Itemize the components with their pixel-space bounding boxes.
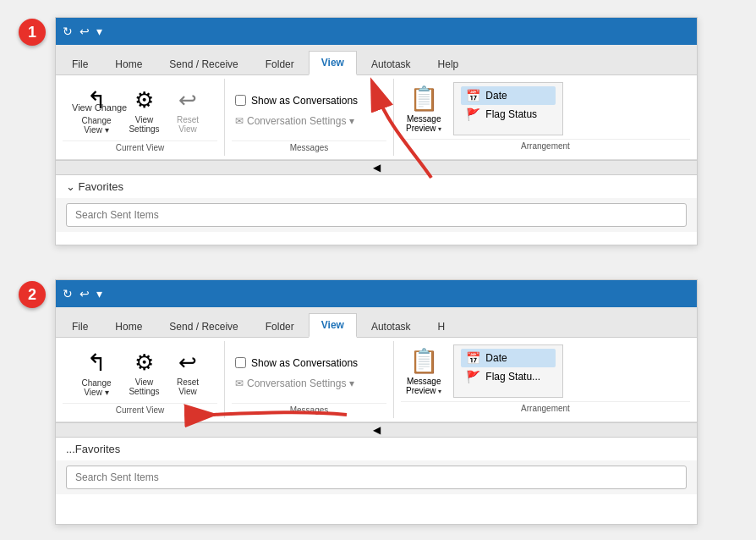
undo-icon-1[interactable]: ↩ (79, 25, 90, 38)
search-bar-area-2 (56, 460, 697, 494)
message-preview-btn-2[interactable]: 📋 MessagePreview ▾ (401, 344, 446, 398)
favorites-label-2: ...Favorites (66, 443, 120, 455)
show-as-conversations-label-2: Show as Conversations (251, 357, 358, 369)
flag-status-item-1[interactable]: 🚩 Flag Status (461, 105, 556, 124)
collapse-bar-1[interactable]: ◀ (56, 160, 697, 175)
title-bar-1: ↻ ↩ ▾ (56, 18, 697, 45)
flag-status-label-2: Flag Statu... (485, 371, 540, 383)
collapse-icon-2: ◀ (373, 424, 381, 436)
view-settings-icon-2: ⚙ (134, 350, 154, 376)
conversation-settings-1[interactable]: ✉ Conversation Settings ▾ (232, 113, 386, 129)
collapse-bar-2[interactable]: ◀ (56, 422, 697, 438)
tab-file-1[interactable]: File (59, 52, 101, 75)
conversation-settings-icon-1: ✉ (235, 115, 244, 127)
tab-send-receive-1[interactable]: Send / Receive (156, 52, 250, 75)
current-view-group-label-1: Current View (63, 141, 217, 154)
arrangement-panel-2: 📅 Date 🚩 Flag Statu... (453, 344, 563, 398)
message-preview-btn-1[interactable]: 📋 MessagePreview ▾ (401, 82, 446, 135)
date-label-2: Date (485, 352, 507, 364)
search-input-2[interactable] (66, 466, 687, 489)
arrangement-group-1: 📋 MessagePreview ▾ 📅 Date 🚩 Flag Status (394, 79, 697, 156)
favorites-label-1: ⌄ Favorites (66, 180, 123, 193)
date-icon-2: 📅 (466, 351, 480, 365)
favorites-row-1[interactable]: ⌄ Favorites (56, 175, 697, 198)
dropdown-icon-2[interactable]: ▾ (96, 287, 102, 300)
current-view-group-2: ↱ ChangeView ▾ ⚙ ViewSettings ↩ ResetVie… (56, 341, 225, 418)
message-preview-label-2: MessagePreview ▾ (406, 377, 441, 395)
undo-icon-2[interactable]: ↩ (79, 287, 90, 300)
conversations-checkbox-2[interactable] (235, 357, 246, 368)
change-view-btn-1[interactable]: ↱ ChangeView ▾ (74, 84, 120, 137)
reset-view-icon-1: ↩ (178, 87, 197, 113)
view-settings-icon-1: ⚙ (134, 87, 154, 113)
step-badge-1: 1 (19, 19, 46, 46)
date-item-1[interactable]: 📅 Date (461, 86, 556, 105)
ribbon-2: ↱ ChangeView ▾ ⚙ ViewSettings ↩ ResetVie… (56, 338, 697, 422)
reset-view-btn-2[interactable]: ↩ ResetView (169, 347, 207, 399)
conversation-settings-label-2: Conversation Settings ▾ (247, 377, 354, 389)
message-preview-label-1: MessagePreview ▾ (406, 114, 441, 133)
flag-icon-2: 🚩 (466, 370, 480, 383)
step-badge-2: 2 (19, 281, 46, 308)
flag-status-label-1: Flag Status (485, 108, 537, 120)
conversation-settings-label-1: Conversation Settings ▾ (247, 115, 354, 127)
panel-2: ↻ ↩ ▾ File Home Send / Receive Folder Vi… (55, 279, 698, 525)
current-view-buttons-1: ↱ ChangeView ▾ ⚙ ViewSettings ↩ ResetVie… (63, 80, 217, 141)
search-bar-area-1 (56, 198, 697, 232)
refresh-icon-2[interactable]: ↻ (63, 287, 73, 300)
search-input-1[interactable] (66, 203, 687, 227)
change-view-icon-1: ↱ (87, 86, 107, 114)
reset-view-label-1: ResetView (177, 115, 199, 134)
view-settings-label-1: ViewSettings (129, 115, 159, 134)
panel-1: ↻ ↩ ▾ File Home Send / Receive Folder Vi… (55, 17, 698, 245)
conversations-checkbox-1[interactable] (235, 95, 246, 106)
title-bar-2: ↻ ↩ ▾ (56, 280, 697, 307)
favorites-row-2[interactable]: ...Favorites (56, 438, 697, 460)
tab-send-receive-2[interactable]: Send / Receive (156, 315, 250, 338)
date-item-2[interactable]: 📅 Date (461, 349, 556, 367)
tab-help-1[interactable]: Help (425, 52, 472, 75)
date-icon-1: 📅 (466, 89, 480, 102)
change-view-label-2: ChangeView ▾ (81, 378, 111, 397)
view-settings-btn-1[interactable]: ⚙ ViewSettings (123, 85, 166, 136)
current-view-group-1: ↱ ChangeView ▾ ⚙ ViewSettings ↩ ResetVie… (56, 79, 225, 156)
tab-bar-2: File Home Send / Receive Folder View Aut… (56, 307, 697, 338)
view-settings-btn-2[interactable]: ⚙ ViewSettings (123, 347, 166, 399)
message-preview-icon-2: 📋 (409, 347, 439, 375)
current-view-buttons-2: ↱ ChangeView ▾ ⚙ ViewSettings ↩ ResetVie… (63, 343, 217, 403)
change-view-btn-2[interactable]: ↱ ChangeView ▾ (74, 346, 120, 399)
date-label-1: Date (485, 90, 507, 102)
tab-file-2[interactable]: File (59, 315, 101, 338)
tab-view-1[interactable]: View (309, 51, 357, 75)
reset-view-label-2: ResetView (177, 377, 199, 396)
tab-autotask-2[interactable]: Autotask (359, 315, 424, 338)
tab-folder-1[interactable]: Folder (253, 52, 307, 75)
arrangement-group-label-1: Arrangement (401, 139, 690, 152)
tab-autotask-1[interactable]: Autotask (359, 52, 424, 75)
ribbon-1: ↱ ChangeView ▾ ⚙ ViewSettings ↩ ResetVie… (56, 75, 697, 160)
collapse-icon-1: ◀ (373, 162, 381, 174)
change-view-label-1: ChangeView ▾ (81, 116, 111, 135)
current-view-group-label-2: Current View (63, 403, 217, 416)
tab-h-2[interactable]: H (425, 315, 458, 338)
tab-home-1[interactable]: Home (102, 52, 155, 75)
messages-group-label-1: Messages (232, 141, 386, 154)
show-as-conversations-label-1: Show as Conversations (251, 95, 358, 107)
tab-view-2[interactable]: View (309, 313, 357, 338)
messages-group-2: Show as Conversations ✉ Conversation Set… (225, 341, 394, 418)
reset-view-btn-1[interactable]: ↩ ResetView (169, 85, 207, 136)
reset-view-icon-2: ↩ (178, 350, 197, 376)
show-as-conversations-check-1[interactable]: Show as Conversations (232, 93, 386, 108)
flag-status-item-2[interactable]: 🚩 Flag Statu... (461, 367, 556, 386)
change-view-icon-2: ↱ (87, 349, 107, 377)
arrangement-panel-1: 📅 Date 🚩 Flag Status (453, 82, 563, 135)
dropdown-icon-1[interactable]: ▾ (96, 25, 102, 38)
conversation-settings-2[interactable]: ✉ Conversation Settings ▾ (232, 376, 386, 391)
refresh-icon-1[interactable]: ↻ (63, 25, 73, 38)
conversation-settings-icon-2: ✉ (235, 377, 244, 389)
arrangement-group-label-2: Arrangement (401, 401, 690, 415)
show-as-conversations-check-2[interactable]: Show as Conversations (232, 355, 386, 371)
tab-folder-2[interactable]: Folder (253, 315, 307, 338)
tab-home-2[interactable]: Home (102, 315, 155, 338)
flag-icon-1: 🚩 (466, 107, 480, 121)
